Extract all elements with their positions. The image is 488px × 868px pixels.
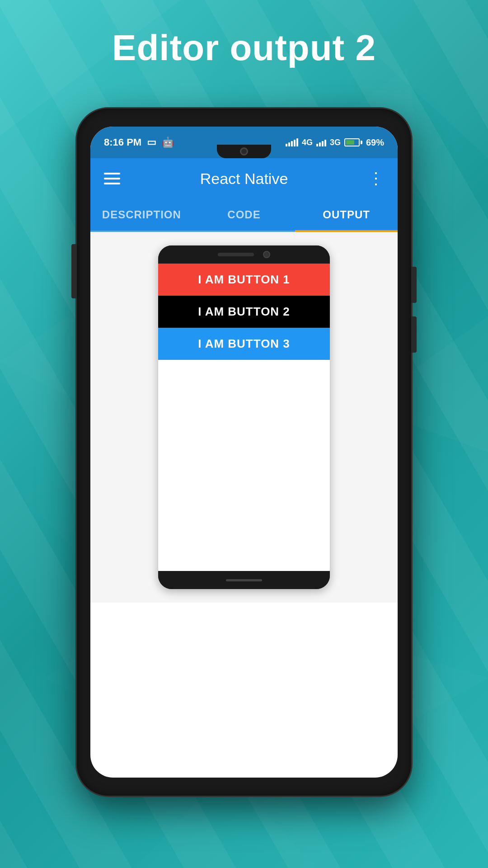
home-indicator xyxy=(226,579,262,581)
inner-phone-mockup: I AM BUTTON 1 I AM BUTTON 2 I AM BUTTON … xyxy=(158,245,330,589)
content-area: I AM BUTTON 1 I AM BUTTON 2 I AM BUTTON … xyxy=(90,232,398,603)
network-type-2: 3G xyxy=(330,138,341,147)
tab-code[interactable]: CODE xyxy=(193,199,296,231)
tab-output[interactable]: OUTPUT xyxy=(295,199,398,231)
battery-indicator xyxy=(344,138,362,146)
signal-bars-2 xyxy=(316,138,326,146)
inner-screen: I AM BUTTON 1 I AM BUTTON 2 I AM BUTTON … xyxy=(158,264,330,571)
tab-description[interactable]: DESCRIPTION xyxy=(90,199,193,231)
signal-bars xyxy=(286,138,298,146)
network-type: 4G xyxy=(302,138,313,147)
tab-bar: DESCRIPTION CODE OUTPUT xyxy=(90,199,398,232)
hamburger-menu[interactable] xyxy=(104,173,120,184)
inner-phone-bottom xyxy=(158,571,330,589)
more-options-button[interactable]: ⋮ xyxy=(368,170,384,187)
inner-phone-top xyxy=(158,245,330,264)
inner-camera xyxy=(263,251,270,258)
time-display: 8:16 PM xyxy=(104,137,141,148)
phone-frame: 8:16 PM ▭ 🤖 4G 3G xyxy=(77,108,411,796)
front-camera xyxy=(240,147,248,156)
app-bar-title: React Native xyxy=(200,170,288,188)
status-left: 8:16 PM ▭ 🤖 xyxy=(104,137,174,148)
demo-button-2[interactable]: I AM BUTTON 2 xyxy=(158,296,330,328)
status-right: 4G 3G 69% xyxy=(286,137,384,148)
demo-button-1[interactable]: I AM BUTTON 1 xyxy=(158,264,330,296)
hamburger-line-2 xyxy=(104,178,120,179)
inner-speaker xyxy=(218,253,254,256)
volume-button xyxy=(71,244,77,298)
hamburger-line-1 xyxy=(104,173,120,175)
page-title: Editor output 2 xyxy=(0,27,488,69)
notch xyxy=(217,145,271,158)
app-bar: React Native ⋮ xyxy=(90,158,398,199)
power-button xyxy=(411,267,417,303)
hamburger-line-3 xyxy=(104,183,120,184)
phone-screen: 8:16 PM ▭ 🤖 4G 3G xyxy=(90,127,398,778)
volume-down-button xyxy=(411,316,417,353)
screen-icon: ▭ xyxy=(147,137,156,148)
battery-percent: 69% xyxy=(366,137,384,148)
android-icon: 🤖 xyxy=(162,137,174,148)
demo-button-3[interactable]: I AM BUTTON 3 xyxy=(158,328,330,360)
